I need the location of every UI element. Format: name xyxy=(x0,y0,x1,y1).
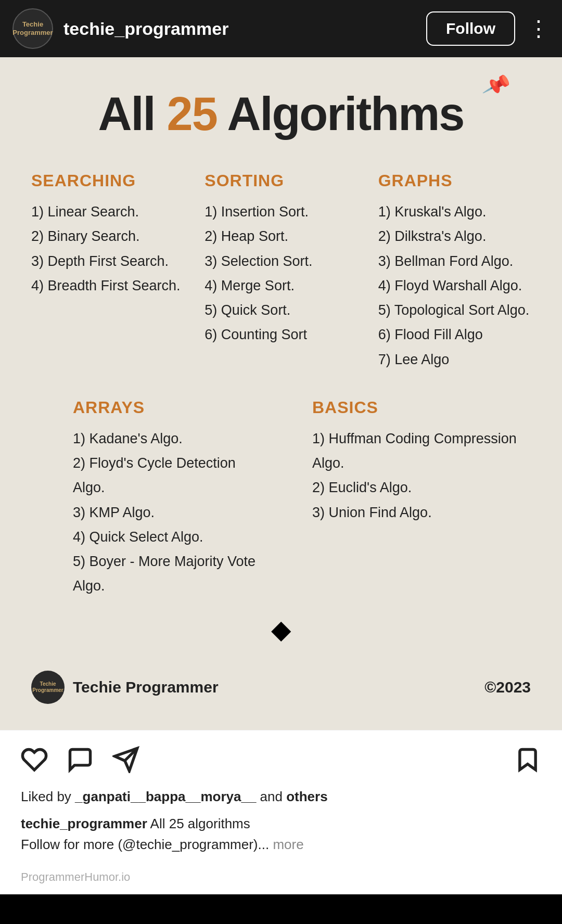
list-item: 3) Bellman Ford Algo. xyxy=(378,249,531,274)
list-item: 1) Kruskal's Algo. xyxy=(378,200,531,224)
arrays-section: ARRAYS 1) Kadane's Algo. 2) Floyd's Cycl… xyxy=(31,398,271,599)
list-item: 4) Breadth First Search. xyxy=(31,274,184,298)
list-item: 2) Binary Search. xyxy=(31,224,184,249)
arrays-title: ARRAYS xyxy=(73,398,271,417)
list-item: 1) Kadane's Algo. xyxy=(73,427,271,451)
list-item: 1) Linear Search. xyxy=(31,200,184,224)
share-icon xyxy=(112,746,139,773)
top-sections-grid: SEARCHING 1) Linear Search. 2) Binary Se… xyxy=(31,171,531,372)
heart-icon xyxy=(21,746,48,773)
username-label: techie_programmer xyxy=(63,19,426,39)
searching-list: 1) Linear Search. 2) Binary Search. 3) D… xyxy=(31,200,184,298)
list-item: 4) Floyd Warshall Algo. xyxy=(378,274,531,298)
caption-text: All 25 algorithms xyxy=(147,816,250,831)
title-number: 25 xyxy=(167,88,217,140)
liked-by-others: others xyxy=(286,789,327,804)
main-title: All 25 Algorithms xyxy=(31,88,531,140)
searching-title: SEARCHING xyxy=(31,171,184,190)
basics-section: BASICS 1) Huffman Coding Compression Alg… xyxy=(291,398,531,599)
arrays-list: 1) Kadane's Algo. 2) Floyd's Cycle Detec… xyxy=(73,427,271,599)
graphs-list: 1) Kruskal's Algo. 2) Dilkstra's Algo. 3… xyxy=(378,200,531,372)
top-bar: Techie Programmer techie_programmer Foll… xyxy=(0,0,562,57)
watermark-text: ProgrammerHumor.io xyxy=(21,870,130,883)
list-item: 2) Dilkstra's Algo. xyxy=(378,224,531,249)
more-options-icon[interactable]: ⋮ xyxy=(528,18,550,40)
caption: techie_programmer All 25 algorithms Foll… xyxy=(21,813,541,855)
sorting-section: SORTING 1) Insertion Sort. 2) Heap Sort.… xyxy=(205,171,357,372)
caption-username[interactable]: techie_programmer xyxy=(21,816,147,831)
basics-list: 1) Huffman Coding Compression Algo. 2) E… xyxy=(312,427,531,525)
graphs-title: GRAPHS xyxy=(378,171,531,190)
watermark-bar: ProgrammerHumor.io xyxy=(0,865,562,894)
diamond-icon: ◆ xyxy=(31,614,531,645)
card-footer: TechieProgrammer Techie Programmer ©2023 xyxy=(31,665,531,704)
footer-copyright: ©2023 xyxy=(484,678,531,696)
list-item: 3) Selection Sort. xyxy=(205,249,357,274)
liked-by-suffix: and xyxy=(256,789,286,804)
more-link[interactable]: more xyxy=(273,837,303,852)
follow-button[interactable]: Follow xyxy=(426,11,515,46)
footer-avatar-text: TechieProgrammer xyxy=(32,681,63,694)
comment-button[interactable] xyxy=(67,746,94,775)
list-item: 5) Boyer - More Majority Vote Algo. xyxy=(73,549,271,599)
liked-by-text: Liked by _ganpati__bappa__morya__ and ot… xyxy=(21,787,541,807)
list-item: 4) Merge Sort. xyxy=(205,274,357,298)
content-card: 📌 All 25 Algorithms SEARCHING 1) Linear … xyxy=(0,57,562,730)
avatar[interactable]: Techie Programmer xyxy=(12,8,53,49)
list-item: 1) Insertion Sort. xyxy=(205,200,357,224)
like-button[interactable] xyxy=(21,746,48,775)
list-item: 6) Counting Sort xyxy=(205,323,357,347)
interaction-bar: Liked by _ganpati__bappa__morya__ and ot… xyxy=(0,730,562,866)
list-item: 5) Quick Sort. xyxy=(205,298,357,323)
searching-section: SEARCHING 1) Linear Search. 2) Binary Se… xyxy=(31,171,184,372)
list-item: 3) Union Find Algo. xyxy=(312,500,531,525)
list-item: 3) KMP Algo. xyxy=(73,500,271,525)
basics-title: BASICS xyxy=(312,398,531,417)
avatar-text-line2: Programmer xyxy=(12,29,53,37)
bookmark-icon xyxy=(514,746,541,773)
title-part2: Algorithms xyxy=(217,88,464,140)
action-icons-row xyxy=(21,746,541,775)
list-item: 2) Euclid's Algo. xyxy=(312,476,531,500)
liked-by-prefix: Liked by xyxy=(21,789,75,804)
footer-brand: TechieProgrammer Techie Programmer xyxy=(31,671,219,704)
footer-brand-name: Techie Programmer xyxy=(73,678,219,696)
avatar-text-line1: Techie xyxy=(22,20,43,29)
list-item: 7) Lee Algo xyxy=(378,348,531,372)
footer-avatar: TechieProgrammer xyxy=(31,671,65,704)
list-item: 2) Floyd's Cycle Detection Algo. xyxy=(73,451,271,500)
list-item: 5) Topological Sort Algo. xyxy=(378,298,531,323)
comment-icon xyxy=(67,746,94,773)
bookmark-button[interactable] xyxy=(514,746,541,775)
list-item: 3) Depth First Search. xyxy=(31,249,184,274)
graphs-section: GRAPHS 1) Kruskal's Algo. 2) Dilkstra's … xyxy=(378,171,531,372)
sorting-list: 1) Insertion Sort. 2) Heap Sort. 3) Sele… xyxy=(205,200,357,348)
sorting-title: SORTING xyxy=(205,171,357,190)
title-part1: All xyxy=(98,88,167,140)
caption-line2: Follow for more (@techie_programmer)... xyxy=(21,837,273,852)
list-item: 1) Huffman Coding Compression Algo. xyxy=(312,427,531,476)
list-item: 2) Heap Sort. xyxy=(205,224,357,249)
bottom-sections-grid: ARRAYS 1) Kadane's Algo. 2) Floyd's Cycl… xyxy=(31,398,531,599)
liked-by-username[interactable]: _ganpati__bappa__morya__ xyxy=(75,789,256,804)
list-item: 6) Flood Fill Algo xyxy=(378,323,531,347)
share-button[interactable] xyxy=(112,746,139,775)
list-item: 4) Quick Select Algo. xyxy=(73,525,271,549)
